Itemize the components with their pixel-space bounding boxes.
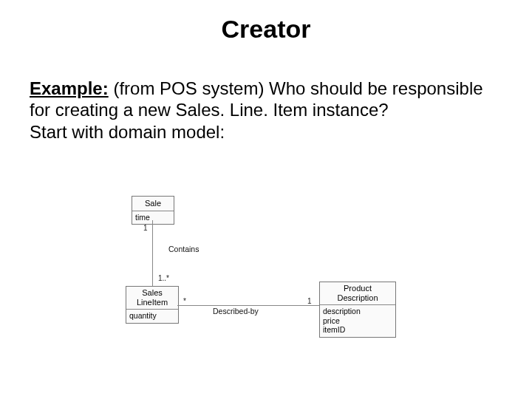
- class-sale: Sale time: [132, 196, 174, 225]
- mult-sli-top: 1..*: [158, 274, 169, 282]
- class-pd-name: Product Description: [320, 282, 395, 305]
- class-pd-attrs: description price itemID: [320, 305, 395, 337]
- start-line: Start with domain model:: [30, 121, 502, 143]
- assoc-sale-sli-line: [152, 220, 153, 286]
- class-sale-attr-time: time: [132, 211, 174, 225]
- mult-sli-right: *: [183, 297, 186, 305]
- class-pd-name-l2: Description: [337, 293, 378, 302]
- example-paragraph: Example: (from POS system) Who should be…: [30, 78, 502, 121]
- mult-pd-left: 1: [307, 297, 312, 305]
- class-sli-attr-quantity: quantity: [126, 310, 178, 323]
- body-text: Example: (from POS system) Who should be…: [30, 78, 502, 143]
- assoc-sli-pd-line: [177, 305, 319, 306]
- class-sli-name-l2: LineItem: [137, 298, 168, 307]
- slide: Creator Example: (from POS system) Who s…: [0, 0, 532, 399]
- assoc-label-described-by: Described-by: [213, 307, 259, 316]
- mult-sale-end: 1: [143, 224, 148, 232]
- class-sales-line-item: Sales LineItem quantity: [126, 286, 179, 324]
- class-sale-name: Sale: [132, 197, 174, 211]
- example-lead: Example:: [30, 78, 109, 98]
- class-pd-attr-itemid: itemID: [323, 325, 345, 334]
- class-product-description: Product Description description price it…: [319, 282, 396, 338]
- domain-model-diagram: Sale time Sales LineItem quantity Produc…: [126, 196, 436, 369]
- slide-title: Creator: [0, 15, 532, 44]
- class-pd-name-l1: Product: [344, 284, 372, 293]
- assoc-label-contains: Contains: [168, 245, 199, 253]
- class-pd-attr-description: description: [323, 307, 361, 316]
- class-sli-name: Sales LineItem: [126, 287, 178, 310]
- class-pd-attr-price: price: [323, 316, 340, 325]
- class-sli-name-l1: Sales: [142, 288, 163, 297]
